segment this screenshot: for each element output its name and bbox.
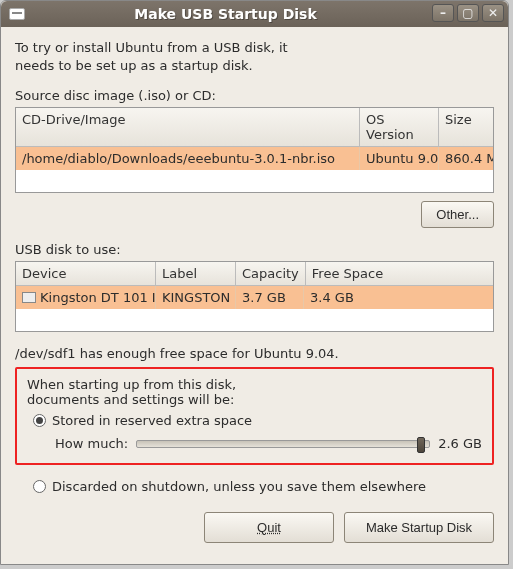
source-os: Ubuntu 9.04 — [360, 147, 439, 170]
option-discarded[interactable]: Discarded on shutdown, unless you save t… — [33, 479, 494, 494]
usb-header-device[interactable]: Device — [16, 262, 156, 286]
source-path: /home/diablo/Downloads/eeebuntu-3.0.1-nb… — [16, 147, 360, 170]
usb-header-capacity[interactable]: Capacity — [236, 262, 306, 286]
usb-free: 3.4 GB — [304, 286, 493, 309]
titlebar: Make USB Startup Disk – ▢ ✕ — [1, 1, 508, 27]
options-intro2: documents and settings will be: — [27, 392, 482, 407]
radio-discarded[interactable] — [33, 480, 46, 493]
make-startup-button[interactable]: Make Startup Disk — [344, 512, 494, 543]
usb-label-cell: KINGSTON — [156, 286, 236, 309]
source-blank-row — [16, 170, 493, 192]
usb-device: Kingston DT 101 II — [16, 286, 156, 309]
options-box: When starting up from this disk, documen… — [15, 367, 494, 465]
slider-thumb[interactable] — [417, 437, 425, 453]
usb-blank-row — [16, 309, 493, 331]
source-header-image[interactable]: CD-Drive/Image — [16, 108, 360, 147]
intro-line2: needs to be set up as a startup disk. — [15, 57, 494, 75]
source-header-size[interactable]: Size — [439, 108, 493, 147]
option-stored[interactable]: Stored in reserved extra space — [33, 413, 482, 428]
footer: Quit Make Startup Disk — [15, 512, 494, 543]
status-text: /dev/sdf1 has enough free space for Ubun… — [15, 346, 494, 361]
howmuch-value: 2.6 GB — [438, 436, 482, 451]
intro-text: To try or install Ubuntu from a USB disk… — [15, 39, 494, 74]
source-label: Source disc image (.iso) or CD: — [15, 88, 494, 103]
content: To try or install Ubuntu from a USB disk… — [1, 27, 508, 564]
howmuch-slider[interactable] — [136, 440, 430, 448]
options-intro1: When starting up from this disk, — [27, 377, 482, 392]
intro-line1: To try or install Ubuntu from a USB disk… — [15, 39, 494, 57]
usb-header-label[interactable]: Label — [156, 262, 236, 286]
option-stored-label: Stored in reserved extra space — [52, 413, 252, 428]
source-table: CD-Drive/Image OS Version Size /home/dia… — [15, 107, 494, 193]
usb-row[interactable]: Kingston DT 101 II KINGSTON 3.7 GB 3.4 G… — [16, 286, 493, 309]
howmuch-row: How much: 2.6 GB — [55, 436, 482, 451]
usb-label: USB disk to use: — [15, 242, 494, 257]
usb-capacity: 3.7 GB — [236, 286, 304, 309]
maximize-button[interactable]: ▢ — [457, 4, 479, 22]
source-header-os[interactable]: OS Version — [360, 108, 439, 147]
quit-button[interactable]: Quit — [204, 512, 334, 543]
app-icon — [9, 8, 25, 20]
minimize-button[interactable]: – — [432, 4, 454, 22]
source-row[interactable]: /home/diablo/Downloads/eeebuntu-3.0.1-nb… — [16, 147, 493, 170]
disk-icon — [22, 292, 36, 303]
usb-table: Device Label Capacity Free Space Kingsto… — [15, 261, 494, 332]
close-button[interactable]: ✕ — [482, 4, 504, 22]
radio-stored[interactable] — [33, 414, 46, 427]
howmuch-label: How much: — [55, 436, 128, 451]
window: Make USB Startup Disk – ▢ ✕ To try or in… — [0, 0, 509, 565]
usb-header-free[interactable]: Free Space — [306, 262, 493, 286]
source-size: 860.4 MB — [439, 147, 493, 170]
option-discarded-label: Discarded on shutdown, unless you save t… — [52, 479, 426, 494]
other-button[interactable]: Other... — [421, 201, 494, 228]
